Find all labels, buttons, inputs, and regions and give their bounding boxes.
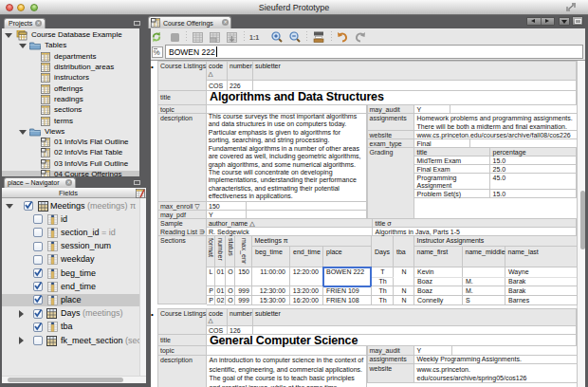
svg-text:%: % <box>154 48 160 57</box>
